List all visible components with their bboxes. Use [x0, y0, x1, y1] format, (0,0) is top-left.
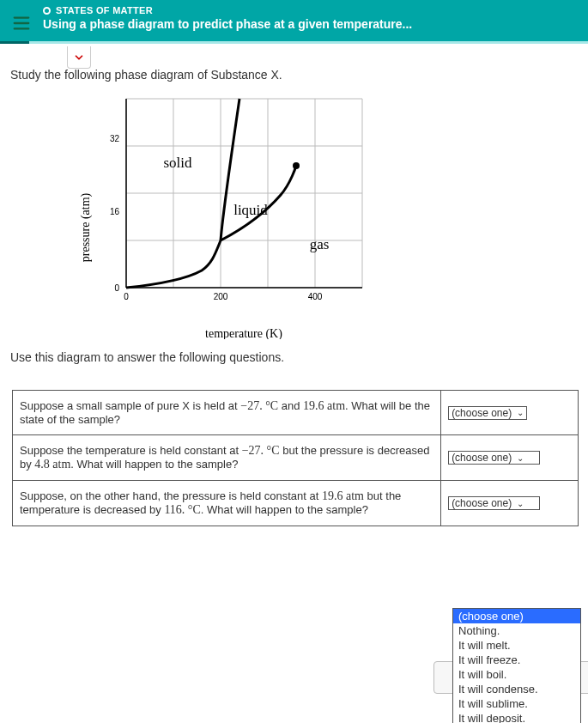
question-2: Suppose the temperature is held constant… [13, 435, 441, 481]
option-freeze[interactable]: It will freeze. [453, 653, 580, 667]
option-choose[interactable]: (choose one) [453, 609, 580, 623]
svg-text:200: 200 [214, 292, 228, 301]
intro-text: Study the following phase diagram of Sub… [10, 68, 578, 82]
y-axis-label: pressure (atm) [79, 192, 93, 262]
option-nothing[interactable]: Nothing. [453, 623, 580, 638]
region-liquid: liquid [233, 202, 268, 218]
instruction-text: Use this diagram to answer the following… [10, 350, 578, 364]
breadcrumb-label: STATES OF MATTER [56, 5, 153, 15]
breadcrumb: STATES OF MATTER [43, 5, 588, 15]
svg-text:16: 16 [110, 207, 120, 216]
region-solid: solid [163, 155, 192, 171]
option-condense[interactable]: It will condense. [453, 682, 580, 696]
app-header: STATES OF MATTER Using a phase diagram t… [0, 0, 588, 41]
answer-select-3-options[interactable]: (choose one) Nothing. It will melt. It w… [452, 608, 581, 723]
progress-bar [0, 41, 588, 44]
table-row: Suppose, on the other hand, the pressure… [13, 481, 579, 526]
question-3: Suppose, on the other hand, the pressure… [13, 481, 441, 526]
answer-select-2[interactable]: (choose one) ⌄ [448, 451, 540, 465]
svg-point-19 [293, 162, 300, 169]
question-table: Suppose a small sample of pure X is held… [12, 390, 579, 526]
chevron-down-icon [73, 52, 85, 64]
hamburger-icon [12, 14, 31, 33]
chevron-down-icon: ⌄ [517, 453, 524, 463]
svg-text:400: 400 [308, 292, 323, 301]
answer-select-1[interactable]: (choose one) ⌄ [448, 406, 527, 420]
region-gas: gas [310, 236, 330, 252]
table-row: Suppose the temperature is held constant… [13, 435, 579, 481]
svg-text:0: 0 [124, 292, 129, 301]
phase-diagram: pressure (atm) temperature (K) [79, 90, 578, 342]
expand-tab[interactable] [67, 46, 91, 69]
chevron-down-icon: ⌄ [517, 499, 524, 508]
option-boil[interactable]: It will boil. [453, 667, 580, 682]
svg-text:0: 0 [114, 283, 119, 293]
page-title: Using a phase diagram to predict phase a… [43, 17, 588, 31]
option-deposit[interactable]: It will deposit. [453, 711, 580, 723]
question-1: Suppose a small sample of pure X is held… [13, 391, 441, 435]
option-melt[interactable]: It will melt. [453, 638, 580, 653]
option-sublime[interactable]: It will sublime. [453, 696, 580, 711]
menu-button[interactable] [0, 5, 43, 33]
status-dot-icon [43, 7, 51, 15]
chevron-down-icon: ⌄ [517, 408, 524, 417]
table-row: Suppose a small sample of pure X is held… [13, 391, 579, 435]
svg-text:32: 32 [110, 134, 120, 143]
answer-select-3[interactable]: (choose one) ⌄ [448, 496, 540, 510]
x-axis-label: temperature (K) [205, 327, 282, 339]
